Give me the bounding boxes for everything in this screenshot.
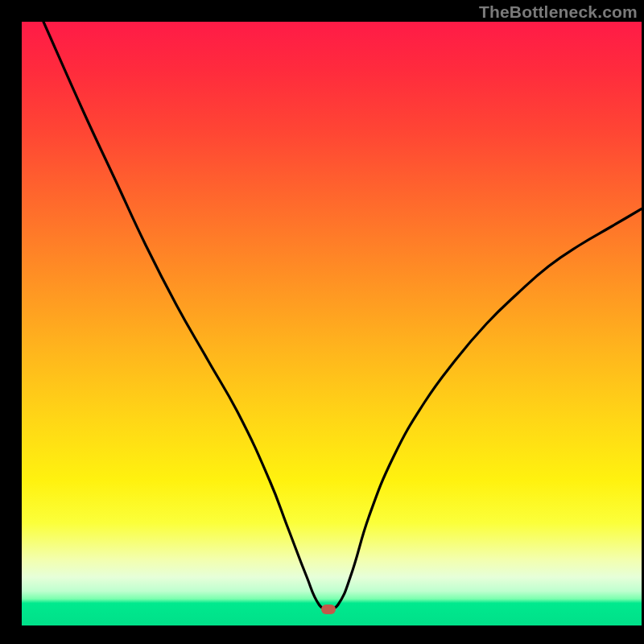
- optimal-point-marker: [321, 605, 336, 614]
- plot-area: [22, 22, 642, 625]
- curve-path: [43, 22, 642, 609]
- chart-frame: TheBottleneck.com: [0, 0, 644, 644]
- bottleneck-curve: [22, 22, 642, 625]
- watermark-text: TheBottleneck.com: [479, 2, 638, 22]
